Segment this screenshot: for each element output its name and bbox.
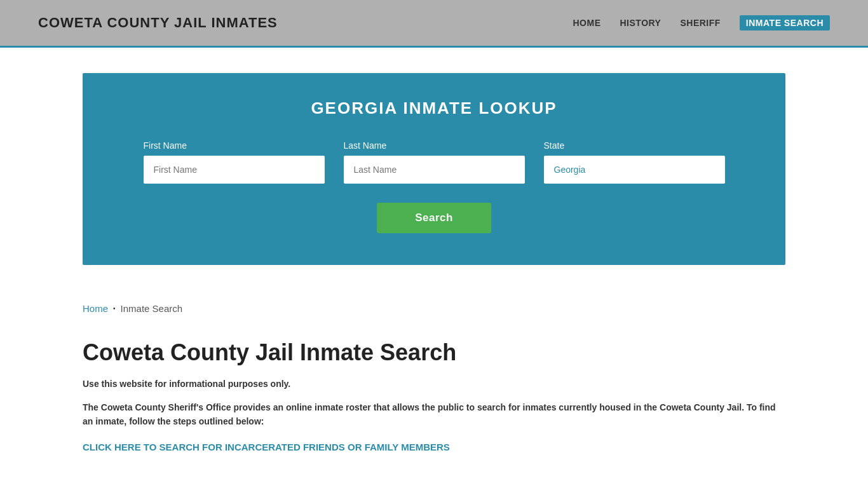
search-form-row: First Name Last Name State xyxy=(121,140,747,184)
page-title: Coweta County Jail Inmate Search xyxy=(83,339,785,366)
state-group: State xyxy=(544,140,725,184)
breadcrumb-home-link[interactable]: Home xyxy=(83,303,108,314)
breadcrumb-current-page: Inmate Search xyxy=(121,303,183,314)
nav-inmate-search[interactable]: INMATE SEARCH xyxy=(740,15,830,30)
search-button-wrapper: Search xyxy=(121,203,747,233)
last-name-input[interactable] xyxy=(344,156,525,184)
first-name-input[interactable] xyxy=(144,156,325,184)
nav-home[interactable]: HOME xyxy=(573,18,601,28)
nav-history[interactable]: HISTORY xyxy=(620,18,661,28)
inmate-lookup-section: GEORGIA INMATE LOOKUP First Name Last Na… xyxy=(83,73,785,265)
breadcrumb-separator: • xyxy=(113,305,116,312)
breadcrumb: Home • Inmate Search xyxy=(0,290,868,327)
site-title: COWETA COUNTY JAIL INMATES xyxy=(38,15,278,31)
description-text: The Coweta County Sheriff's Office provi… xyxy=(83,400,785,429)
search-button[interactable]: Search xyxy=(377,203,491,233)
click-here-link[interactable]: CLICK HERE to Search for Incarcerated Fr… xyxy=(83,442,450,452)
last-name-label: Last Name xyxy=(344,140,525,151)
state-input[interactable] xyxy=(544,156,725,184)
site-header: COWETA COUNTY JAIL INMATES HOME HISTORY … xyxy=(0,0,868,48)
first-name-label: First Name xyxy=(144,140,325,151)
nav-sheriff[interactable]: SHERIFF xyxy=(680,18,720,28)
page-content: Coweta County Jail Inmate Search Use thi… xyxy=(0,327,868,478)
lookup-title: GEORGIA INMATE LOOKUP xyxy=(121,98,747,118)
state-label: State xyxy=(544,140,725,151)
main-nav: HOME HISTORY SHERIFF INMATE SEARCH xyxy=(573,15,831,30)
intro-text: Use this website for informational purpo… xyxy=(83,379,785,389)
last-name-group: Last Name xyxy=(344,140,525,184)
first-name-group: First Name xyxy=(144,140,325,184)
